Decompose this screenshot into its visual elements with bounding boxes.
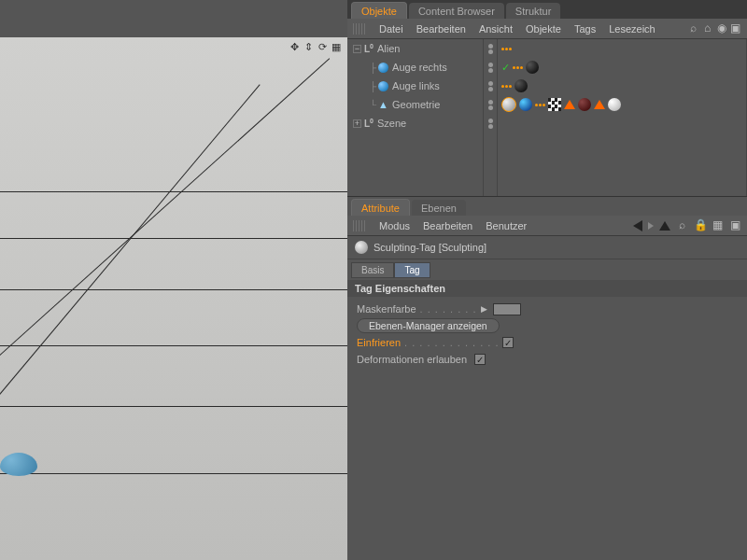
menu-tags[interactable]: Tags	[574, 23, 596, 35]
menu-edit[interactable]: Bearbeiten	[416, 23, 466, 35]
allow-deform-checkbox[interactable]	[474, 354, 486, 365]
tab-objects[interactable]: Objekte	[351, 2, 407, 19]
tag-row: ✓	[498, 58, 746, 77]
visibility-toggle[interactable]	[488, 58, 493, 77]
search-icon[interactable]: ⌕	[676, 219, 688, 231]
sculpting-tag-icon	[355, 241, 368, 254]
xpresso-tag-icon[interactable]	[535, 104, 545, 106]
show-layer-manager-button[interactable]: Ebenen-Manager anzeigen	[357, 318, 500, 333]
prop-mask-color: Maskenfarbe . . . . . . . . ▶	[357, 301, 738, 317]
xpresso-tag-icon[interactable]	[501, 85, 512, 88]
color-swatch[interactable]	[493, 303, 521, 315]
grid-icon[interactable]: ▦	[712, 219, 724, 231]
visibility-toggle[interactable]	[488, 77, 493, 95]
section-header: Tag Eigenschaften	[347, 280, 747, 297]
sculpting-tag-icon[interactable]	[501, 97, 516, 112]
expand-icon[interactable]: ▣	[729, 219, 741, 231]
tree-item-geometry[interactable]: └ ▲ Geometrie	[347, 95, 483, 114]
eye-icon[interactable]: ◉	[715, 22, 727, 35]
attribute-object-name: Sculpting-Tag [Sculpting]	[374, 242, 486, 253]
freeze-checkbox[interactable]	[502, 337, 514, 348]
color-picker-arrow-icon[interactable]: ▶	[481, 304, 487, 314]
material-tag-icon[interactable]	[519, 98, 532, 111]
tab-attributes[interactable]: Attribute	[351, 199, 410, 216]
attribute-sub-tabs: Basis Tag	[347, 259, 747, 278]
attribute-manager: Attribute Ebenen Modus Bearbeiten Benutz…	[347, 196, 747, 560]
tab-structure[interactable]: Struktur	[506, 3, 561, 19]
material-tag-icon[interactable]	[526, 61, 539, 74]
prop-label: Einfrieren	[357, 337, 401, 348]
tree-item-eye-right[interactable]: ├ Auge rechts	[347, 58, 483, 77]
nav-back-icon[interactable]	[633, 220, 642, 231]
viewport-object-preview	[0, 453, 37, 476]
visibility-toggle[interactable]	[488, 95, 493, 114]
tag-row	[498, 39, 746, 58]
prop-label: Maskenfarbe	[357, 303, 416, 315]
attribute-object-header: Sculpting-Tag [Sculpting]	[347, 236, 747, 259]
null-object-icon: L0	[364, 43, 374, 54]
sub-tab-basis[interactable]: Basis	[351, 262, 394, 278]
tree-item-scene[interactable]: + L0 Szene	[347, 114, 483, 133]
tree-connector-icon: ├	[370, 63, 376, 73]
uvw-tag-icon[interactable]	[548, 98, 561, 111]
phong-tag-icon[interactable]	[564, 100, 575, 109]
prop-label: Deformationen erlauben	[357, 354, 467, 365]
material-tag-icon[interactable]	[608, 98, 621, 111]
menu-file[interactable]: Datei	[379, 23, 403, 35]
material-tag-icon[interactable]	[514, 79, 528, 92]
tree-item-eye-left[interactable]: ├ Auge links	[347, 77, 483, 95]
visibility-toggle[interactable]	[488, 114, 493, 133]
sub-tab-tag[interactable]: Tag	[394, 262, 430, 278]
dolly-icon[interactable]: ⇕	[303, 41, 314, 52]
panel-grip-icon[interactable]	[353, 220, 366, 231]
sphere-icon	[378, 81, 388, 91]
xpresso-tag-icon[interactable]	[513, 66, 523, 69]
tree-label: Auge links	[392, 80, 440, 91]
home-icon[interactable]: ⌂	[701, 22, 713, 35]
tab-content-browser[interactable]: Content Browser	[409, 3, 504, 19]
menu-edit[interactable]: Bearbeiten	[423, 220, 472, 231]
lock-icon[interactable]: 🔒	[694, 219, 706, 231]
tag-row	[498, 77, 746, 95]
viewport-3d[interactable]: ✥ ⇕ ⟳ ▦	[0, 0, 347, 560]
menu-user[interactable]: Benutzer	[486, 220, 527, 231]
nav-history-icon[interactable]	[648, 222, 654, 230]
tab-layers[interactable]: Ebenen	[412, 200, 466, 216]
tag-row	[498, 95, 746, 114]
phong-tag-icon[interactable]	[594, 100, 605, 109]
expand-icon[interactable]: +	[353, 119, 361, 128]
attribute-menu: Modus Bearbeiten Benutzer ⌕ 🔒 ▦ ▣	[347, 216, 747, 236]
panel-grip-icon[interactable]	[353, 23, 366, 35]
menu-mode[interactable]: Modus	[379, 220, 410, 231]
nav-up-icon[interactable]	[659, 221, 670, 231]
tag-column: ✓	[497, 39, 747, 196]
object-tree: − L0 Alien ├ Auge rechts ├ Auge links └ …	[347, 39, 747, 196]
menu-objects[interactable]: Objekte	[526, 23, 561, 35]
tree-label: Alien	[377, 43, 400, 54]
search-icon[interactable]: ⌕	[687, 22, 699, 35]
tree-connector-icon: ├	[370, 81, 376, 91]
tag-row	[498, 114, 746, 133]
visibility-toggle[interactable]	[488, 39, 493, 58]
object-manager-menu: Datei Bearbeiten Ansicht Objekte Tags Le…	[347, 19, 747, 39]
viewport-nav-toolbar: ✥ ⇕ ⟳ ▦	[289, 41, 342, 52]
layout-icon[interactable]: ▦	[331, 41, 342, 52]
prop-layer-manager: Ebenen-Manager anzeigen	[357, 317, 738, 334]
visibility-column	[484, 39, 497, 196]
null-object-icon: L0	[364, 118, 374, 129]
prop-freeze: Einfrieren . . . . . . . . . . . . .	[357, 334, 738, 351]
xpresso-tag-icon[interactable]	[501, 48, 512, 50]
expand-icon[interactable]: ▣	[729, 22, 741, 35]
prop-allow-deform: Deformationen erlauben	[357, 351, 738, 368]
menu-bookmark[interactable]: Lesezeich	[609, 23, 655, 35]
orbit-icon[interactable]: ⟳	[317, 41, 328, 52]
pan-icon[interactable]: ✥	[289, 41, 300, 52]
enabled-icon[interactable]: ✓	[501, 62, 510, 74]
menu-view[interactable]: Ansicht	[479, 23, 513, 35]
tree-item-alien[interactable]: − L0 Alien	[347, 39, 483, 58]
tree-connector-icon: └	[370, 100, 376, 110]
polygon-icon: ▲	[378, 99, 388, 110]
material-tag-icon[interactable]	[578, 98, 591, 111]
collapse-icon[interactable]: −	[353, 45, 361, 53]
tree-label: Auge rechts	[392, 62, 447, 73]
